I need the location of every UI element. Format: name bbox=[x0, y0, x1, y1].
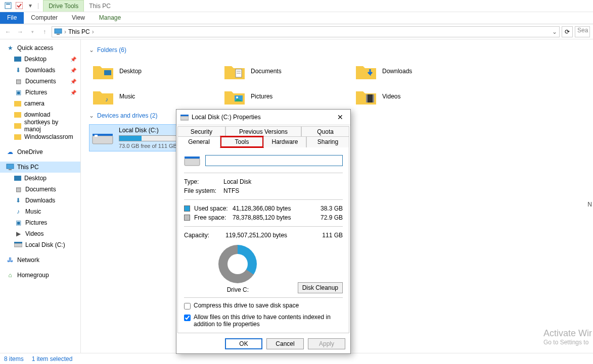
svg-rect-23 bbox=[180, 115, 189, 116]
index-checkbox[interactable] bbox=[184, 315, 191, 321]
nav-forward-icon[interactable]: → bbox=[15, 27, 25, 37]
ribbon-tab-manage[interactable]: Manage bbox=[92, 12, 128, 24]
sidebar-item-desktop[interactable]: Desktop📌 bbox=[0, 54, 80, 65]
folder-label: Music bbox=[119, 93, 135, 100]
desktop-icon bbox=[14, 176, 21, 181]
sidebar-item-label: Network bbox=[17, 256, 39, 264]
sidebar-item-pc-localdisk[interactable]: Local Disk (C:) bbox=[0, 239, 80, 250]
sidebar-item-documents[interactable]: ▤Documents📌 bbox=[0, 76, 80, 87]
qat-properties-icon[interactable] bbox=[4, 2, 12, 10]
sidebar-item-label: Desktop bbox=[24, 175, 47, 182]
refresh-button[interactable]: ⟳ bbox=[562, 26, 573, 37]
svg-rect-7 bbox=[14, 243, 22, 247]
free-gb: 72.9 GB bbox=[312, 214, 343, 221]
sidebar-item-camera[interactable]: camera bbox=[0, 98, 80, 109]
sidebar-item-label: Quick access bbox=[17, 44, 53, 51]
used-swatch bbox=[184, 205, 190, 212]
apply-button[interactable]: Apply bbox=[308, 338, 345, 349]
folder-item-documents[interactable]: Documents bbox=[220, 59, 352, 84]
compress-label: Compress this drive to save disk space bbox=[194, 302, 299, 309]
sidebar-item-this-pc[interactable]: This PC bbox=[0, 162, 80, 173]
used-label: Used space: bbox=[194, 205, 229, 212]
tab-sharing[interactable]: Sharing bbox=[306, 136, 349, 147]
search-input[interactable]: Sea bbox=[575, 26, 590, 37]
sidebar-item-pc-music[interactable]: ♪Music bbox=[0, 206, 80, 217]
sidebar-item-windowsclassroom[interactable]: Windowsclassrom bbox=[0, 131, 80, 142]
tab-tools[interactable]: Tools bbox=[220, 136, 263, 147]
sidebar-item-downloads[interactable]: ⬇Downloads📌 bbox=[0, 65, 80, 76]
sidebar-item-onedrive[interactable]: ☁OneDrive bbox=[0, 146, 80, 158]
dialog-button-row: OK Cancel Apply bbox=[176, 334, 350, 353]
folder-item-downloads[interactable]: Downloads bbox=[352, 59, 483, 84]
volume-label-input[interactable] bbox=[205, 155, 343, 166]
dialog-body: Type:Local Disk File system:NTFS Used sp… bbox=[177, 147, 349, 333]
address-bar[interactable]: › This PC › ⌄ bbox=[52, 26, 560, 37]
group-header-folders[interactable]: ⌄Folders (6) bbox=[89, 46, 585, 54]
group-header-label: Devices and drives (2) bbox=[97, 112, 157, 119]
address-dropdown-icon[interactable]: ⌄ bbox=[552, 28, 557, 35]
sidebar-item-label: shortkeys by manoj bbox=[24, 119, 76, 133]
ok-button[interactable]: OK bbox=[225, 338, 262, 349]
tab-previous-versions[interactable]: Previous Versions bbox=[225, 126, 301, 137]
folder-icon bbox=[14, 112, 21, 118]
donut-drive-label: Drive C: bbox=[184, 286, 292, 293]
breadcrumb-location[interactable]: This PC bbox=[68, 28, 90, 35]
sidebar-item-label: Downloads bbox=[25, 67, 55, 74]
sidebar-item-pc-documents[interactable]: ▤Documents bbox=[0, 184, 80, 195]
nav-up-icon[interactable]: ↑ bbox=[39, 27, 50, 37]
svg-rect-5 bbox=[7, 164, 14, 169]
filesystem-label: File system: bbox=[184, 187, 218, 194]
sidebar-item-quick-access[interactable]: ★ Quick access bbox=[0, 42, 80, 54]
folder-item-music[interactable]: ♪Music bbox=[89, 84, 220, 109]
drive-name: Local Disk (C:) bbox=[119, 127, 185, 134]
folder-item-desktop[interactable]: Desktop bbox=[89, 59, 220, 84]
close-button[interactable]: ✕ bbox=[334, 111, 346, 123]
sidebar-item-label: Local Disk (C:) bbox=[25, 241, 65, 248]
sidebar-item-label: Music bbox=[25, 208, 41, 215]
status-bar: 8 items 1 item selected bbox=[0, 353, 593, 364]
folder-icon bbox=[223, 62, 246, 81]
svg-rect-19 bbox=[93, 136, 113, 144]
context-tab-drive-tools[interactable]: Drive Tools bbox=[43, 0, 84, 12]
drive-icon bbox=[180, 114, 189, 121]
disk-cleanup-button[interactable]: Disk Cleanup bbox=[298, 282, 343, 293]
sidebar-item-pc-downloads[interactable]: ⬇Downloads bbox=[0, 195, 80, 206]
tab-security[interactable]: Security bbox=[177, 126, 225, 137]
sidebar-item-pc-desktop[interactable]: Desktop bbox=[0, 173, 80, 184]
compress-checkbox[interactable] bbox=[184, 303, 191, 309]
qat-check-icon[interactable] bbox=[15, 2, 23, 10]
sidebar-item-pc-videos[interactable]: ▶Videos bbox=[0, 228, 80, 239]
nav-back-icon[interactable]: ← bbox=[3, 27, 13, 37]
tab-general[interactable]: General bbox=[177, 136, 220, 147]
download-icon: ⬇ bbox=[14, 66, 22, 74]
sidebar-item-pc-pictures[interactable]: ▣Pictures bbox=[0, 217, 80, 228]
ribbon-tab-view[interactable]: View bbox=[65, 12, 92, 24]
folder-icon bbox=[355, 62, 377, 81]
chevron-right-icon[interactable]: › bbox=[64, 28, 66, 35]
folder-item-videos[interactable]: Videos bbox=[352, 84, 483, 109]
ribbon-tab-file[interactable]: File bbox=[0, 12, 24, 24]
cloud-icon: ☁ bbox=[6, 148, 14, 156]
folder-item-pictures[interactable]: Pictures bbox=[220, 84, 352, 109]
tab-quota[interactable]: Quota bbox=[301, 126, 349, 137]
svg-rect-3 bbox=[55, 29, 62, 33]
activate-sub: Go to Settings to bbox=[543, 339, 592, 346]
capacity-gb: 111 GB bbox=[312, 232, 343, 239]
qat-dropdown-icon[interactable]: ▾ bbox=[26, 2, 34, 10]
sidebar-item-shortkeys[interactable]: shortkeys by manoj bbox=[0, 120, 80, 131]
nav-recent-icon[interactable]: ▾ bbox=[27, 27, 37, 37]
sidebar-item-label: Windowsclassrom bbox=[24, 133, 73, 140]
sidebar-item-homegroup[interactable]: ⌂Homegroup bbox=[0, 270, 80, 281]
svg-rect-21 bbox=[95, 135, 98, 137]
sidebar-item-pictures[interactable]: ▣Pictures📌 bbox=[0, 87, 80, 98]
cancel-button[interactable]: Cancel bbox=[266, 338, 304, 349]
used-gb: 38.3 GB bbox=[312, 205, 343, 212]
chevron-right-icon[interactable]: › bbox=[92, 28, 94, 35]
svg-rect-4 bbox=[57, 34, 60, 35]
dialog-titlebar[interactable]: Local Disk (C:) Properties ✕ bbox=[176, 110, 350, 125]
star-icon: ★ bbox=[6, 44, 14, 52]
network-icon: 🖧 bbox=[6, 256, 14, 264]
ribbon-tab-computer[interactable]: Computer bbox=[24, 12, 65, 24]
sidebar-item-network[interactable]: 🖧Network bbox=[0, 254, 80, 266]
tab-hardware[interactable]: Hardware bbox=[263, 136, 306, 147]
